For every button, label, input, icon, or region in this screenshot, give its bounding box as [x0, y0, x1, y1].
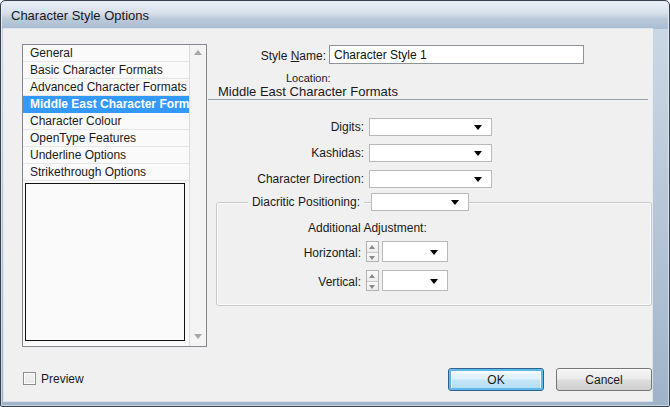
additional-adjustment-heading: Additional Adjustment:: [308, 221, 427, 235]
dialog-body: General Basic Character Formats Advanced…: [4, 29, 652, 401]
sidebar-item-advanced-character-formats[interactable]: Advanced Character Formats: [23, 79, 189, 96]
diacritic-positioning-label-text: Diacritic Positioning:: [248, 195, 364, 209]
style-preview-box: [25, 183, 185, 341]
kashidas-label: Kashidas:: [204, 146, 364, 160]
preview-checkbox-label: Preview: [41, 372, 84, 386]
vertical-stepper[interactable]: [366, 270, 379, 291]
diacritic-positioning-label: Diacritic Positioning:: [204, 195, 364, 209]
chevron-down-icon: [474, 151, 482, 156]
kashidas-dropdown[interactable]: [369, 144, 492, 162]
character-style-options-dialog: Character Style Options General Basic Ch…: [0, 0, 670, 407]
sidebar-item-strikethrough-options[interactable]: Strikethrough Options: [23, 164, 189, 181]
location-label: Location:: [286, 72, 331, 84]
style-name-label-post: ame:: [299, 49, 326, 63]
section-heading: Middle East Character Formats: [218, 84, 398, 99]
sidebar-item-character-colour[interactable]: Character Colour: [23, 113, 189, 130]
style-name-label: Style Name:: [191, 49, 326, 63]
window-title: Character Style Options: [11, 8, 149, 23]
triangle-down-icon: [369, 285, 375, 289]
preview-checkbox[interactable]: [23, 372, 36, 385]
horizontal-dropdown[interactable]: [382, 241, 448, 262]
diacritic-positioning-dropdown[interactable]: [371, 193, 469, 211]
sidebar-item-middle-east-character-formats[interactable]: Middle East Character Formats: [23, 96, 189, 113]
character-direction-dropdown[interactable]: [369, 170, 492, 188]
scrollbar-down-icon[interactable]: [194, 334, 202, 339]
sidebar-item-basic-character-formats[interactable]: Basic Character Formats: [23, 62, 189, 79]
sidebar-item-opentype-features[interactable]: OpenType Features: [23, 130, 189, 147]
horizontal-spin-up-button[interactable]: [367, 242, 378, 252]
vertical-spin-down-button[interactable]: [367, 281, 378, 291]
style-name-label-mnemonic: N: [291, 49, 300, 63]
category-list-items: General Basic Character Formats Advanced…: [23, 45, 189, 181]
vertical-dropdown[interactable]: [382, 270, 448, 291]
character-direction-label: Character Direction:: [204, 172, 364, 186]
triangle-up-icon: [369, 245, 375, 249]
chevron-down-icon: [451, 200, 459, 205]
digits-dropdown[interactable]: [369, 118, 492, 136]
category-list: General Basic Character Formats Advanced…: [22, 44, 207, 347]
chevron-down-icon: [474, 125, 482, 130]
section-divider: [208, 99, 648, 100]
chevron-down-icon: [430, 279, 438, 284]
titlebar[interactable]: Character Style Options: [2, 2, 668, 29]
triangle-down-icon: [369, 256, 375, 260]
style-name-input[interactable]: [329, 45, 584, 64]
chevron-down-icon: [474, 177, 482, 182]
vertical-spin-up-button[interactable]: [367, 271, 378, 281]
chevron-down-icon: [430, 250, 438, 255]
vertical-label: Vertical:: [201, 275, 361, 289]
triangle-up-icon: [369, 274, 375, 278]
digits-label: Digits:: [204, 120, 364, 134]
sidebar-item-underline-options[interactable]: Underline Options: [23, 147, 189, 164]
cancel-button[interactable]: Cancel: [556, 368, 652, 391]
horizontal-stepper[interactable]: [366, 241, 379, 262]
style-name-label-pre: Style: [261, 49, 291, 63]
horizontal-spin-down-button[interactable]: [367, 252, 378, 262]
ok-button[interactable]: OK: [448, 368, 544, 391]
horizontal-label: Horizontal:: [201, 246, 361, 260]
sidebar-item-general[interactable]: General: [23, 45, 189, 62]
